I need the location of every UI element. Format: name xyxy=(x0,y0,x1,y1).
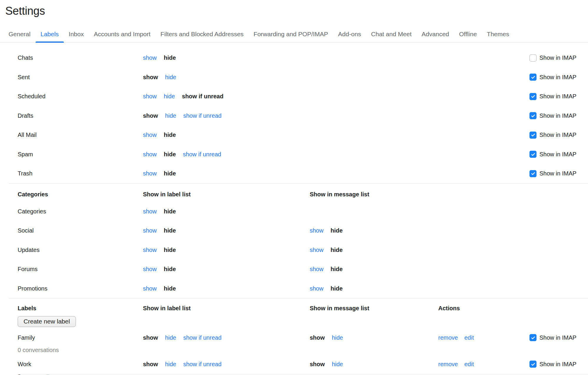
label-list-options: show hide xyxy=(143,247,310,253)
edit-link[interactable]: edit xyxy=(464,334,474,341)
hide-option[interactable]: hide xyxy=(165,361,176,368)
hide-option: hide xyxy=(164,54,176,61)
hide-option[interactable]: hide xyxy=(165,112,176,119)
show-option[interactable]: show xyxy=(143,54,157,61)
tab-accounts-and-import[interactable]: Accounts and Import xyxy=(89,26,156,42)
label-list-column-header: Show in label list xyxy=(143,191,310,198)
row-label: Social xyxy=(18,227,143,234)
row-label: Scheduled xyxy=(18,93,143,100)
show-in-imap-checkbox[interactable] xyxy=(529,74,537,81)
label-list-column-header: Show in label list xyxy=(143,305,310,312)
table-row-forums: Forums show hide show hide xyxy=(0,260,588,279)
table-row-work: Work show hide show if unread show hide … xyxy=(0,357,588,371)
categories-header-row: Categories Show in label list Show in me… xyxy=(0,184,588,202)
show-option: show xyxy=(143,361,158,368)
tab-offline[interactable]: Offline xyxy=(454,26,482,42)
message-list-options: show hide xyxy=(310,361,438,368)
imap-cell: Show in IMAP xyxy=(529,54,588,62)
edit-link[interactable]: edit xyxy=(464,361,474,368)
show-in-imap-checkbox[interactable] xyxy=(529,112,537,119)
show-in-imap-checkbox[interactable] xyxy=(529,54,537,62)
show-option[interactable]: show xyxy=(310,266,324,273)
system-labels-table: Chats show hide Show in IMAP Sent show h… xyxy=(0,48,588,183)
imap-label: Show in IMAP xyxy=(539,151,577,158)
show-in-imap-checkbox[interactable] xyxy=(529,170,537,177)
hide-option[interactable]: hide xyxy=(332,361,343,368)
conversation-count: 0 conversations xyxy=(18,347,143,354)
actions-cell: remove edit xyxy=(438,334,529,341)
tab-chat-and-meet[interactable]: Chat and Meet xyxy=(366,26,417,42)
show-option[interactable]: show xyxy=(310,247,324,253)
hide-option: hide xyxy=(164,285,176,292)
hide-option[interactable]: hide xyxy=(164,93,175,100)
show-option[interactable]: show xyxy=(143,93,157,100)
categories-title: Categories xyxy=(18,191,143,198)
create-label-row: Create new label xyxy=(0,316,588,328)
imap-label: Show in IMAP xyxy=(539,361,577,368)
show-in-imap-checkbox[interactable] xyxy=(529,93,537,100)
table-row-categories: Categories show hide xyxy=(0,202,588,221)
label-list-options: show hide show if unread xyxy=(143,361,310,368)
imap-label: Show in IMAP xyxy=(539,93,577,100)
show-option[interactable]: show xyxy=(310,285,324,292)
show-option[interactable]: show xyxy=(143,227,157,234)
checkmark-icon xyxy=(531,362,536,367)
show-in-imap-checkbox[interactable] xyxy=(529,151,537,158)
imap-label: Show in IMAP xyxy=(539,74,577,81)
show-in-imap-checkbox[interactable] xyxy=(529,132,537,139)
tab-inbox[interactable]: Inbox xyxy=(64,26,89,42)
show-option[interactable]: show xyxy=(143,266,157,273)
create-new-label-button[interactable]: Create new label xyxy=(18,316,76,327)
hide-option[interactable]: hide xyxy=(165,334,176,341)
tab-filters-and-blocked-addresses[interactable]: Filters and Blocked Addresses xyxy=(156,26,249,42)
show-in-imap-checkbox[interactable] xyxy=(529,361,537,368)
imap-label: Show in IMAP xyxy=(539,112,577,119)
imap-label: Show in IMAP xyxy=(539,170,577,177)
show-if-unread-option[interactable]: show if unread xyxy=(183,361,221,368)
hide-option: hide xyxy=(164,266,176,273)
hide-option: hide xyxy=(331,266,343,273)
tab-advanced[interactable]: Advanced xyxy=(417,26,454,42)
tab-general[interactable]: General xyxy=(4,26,36,42)
label-list-options: show hide xyxy=(143,227,310,234)
checkmark-icon xyxy=(531,113,536,118)
remove-link[interactable]: remove xyxy=(438,334,458,341)
show-option: show xyxy=(143,112,158,119)
show-option[interactable]: show xyxy=(143,208,157,215)
tab-add-ons[interactable]: Add-ons xyxy=(333,26,366,42)
imap-cell: Show in IMAP xyxy=(529,361,588,368)
label-list-options: show hide show if unread xyxy=(143,112,310,119)
show-option[interactable]: show xyxy=(143,151,157,158)
remove-link[interactable]: remove xyxy=(438,361,458,368)
show-in-imap-checkbox[interactable] xyxy=(529,334,537,341)
table-row-work-sub: 3 conversations xyxy=(0,371,588,375)
hide-option[interactable]: hide xyxy=(332,334,343,341)
checkmark-icon xyxy=(531,335,536,340)
message-list-column-header: Show in message list xyxy=(310,305,438,312)
show-if-unread-option[interactable]: show if unread xyxy=(183,112,221,119)
label-list-options: show hide xyxy=(143,74,310,81)
show-option[interactable]: show xyxy=(143,247,157,253)
show-option: show xyxy=(310,361,325,368)
show-option[interactable]: show xyxy=(143,132,157,138)
label-list-options: show hide xyxy=(143,266,310,273)
tab-themes[interactable]: Themes xyxy=(482,26,514,42)
message-list-options: show hide xyxy=(310,227,438,234)
label-list-options: show hide show if unread xyxy=(143,151,310,158)
show-option[interactable]: show xyxy=(143,285,157,292)
tab-labels[interactable]: Labels xyxy=(36,26,64,42)
table-row-sent: Sent show hide Show in IMAP xyxy=(0,68,588,87)
imap-label: Show in IMAP xyxy=(539,54,577,61)
show-if-unread-option[interactable]: show if unread xyxy=(183,151,221,158)
message-list-options: show hide xyxy=(310,334,438,341)
imap-label: Show in IMAP xyxy=(539,132,577,138)
checkmark-icon xyxy=(531,94,536,99)
hide-option[interactable]: hide xyxy=(165,74,176,81)
label-list-options: show hide show if unread xyxy=(143,334,310,341)
label-list-options: show hide xyxy=(143,132,310,138)
show-if-unread-option[interactable]: show if unread xyxy=(183,334,221,341)
tab-forwarding-and-pop-imap[interactable]: Forwarding and POP/IMAP xyxy=(249,26,333,42)
table-row-promotions: Promotions show hide show hide xyxy=(0,279,588,298)
show-option[interactable]: show xyxy=(143,170,157,177)
show-option[interactable]: show xyxy=(310,227,324,234)
